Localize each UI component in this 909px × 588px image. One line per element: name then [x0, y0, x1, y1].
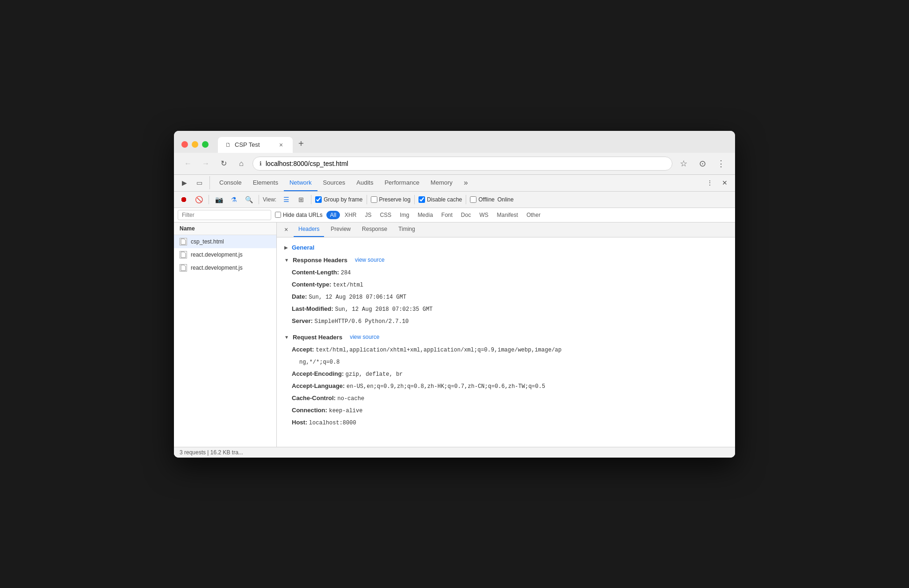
- hide-data-urls-group[interactable]: Hide data URLs: [275, 212, 323, 218]
- response-header-4: Server: SimpleHTTP/0.6 Python/2.7.10: [284, 315, 728, 327]
- tab-performance[interactable]: Performance: [379, 174, 425, 191]
- tab-elements[interactable]: Elements: [247, 174, 284, 191]
- inspect-icon[interactable]: ▶: [178, 176, 191, 189]
- bookmark-icon[interactable]: ☆: [677, 157, 690, 170]
- request-view-source-link[interactable]: view source: [350, 334, 379, 340]
- new-tab-button[interactable]: +: [295, 136, 308, 151]
- url-bar[interactable]: ℹ localhost:8000/csp_test.html: [252, 157, 672, 171]
- group-by-frame-label: Group by frame: [324, 196, 362, 203]
- disable-cache-checkbox[interactable]: [418, 196, 425, 203]
- filter-font[interactable]: Font: [438, 211, 456, 219]
- home-button[interactable]: ⌂: [235, 157, 248, 170]
- filter-js[interactable]: JS: [361, 211, 375, 219]
- response-header-2: Date: Sun, 12 Aug 2018 07:06:14 GMT: [284, 291, 728, 303]
- req-val-0: text/html,application/xhtml+xml,applicat…: [316, 347, 562, 353]
- reload-button[interactable]: ↻: [217, 157, 230, 170]
- filter-img[interactable]: Img: [396, 211, 413, 219]
- maximize-traffic-light[interactable]: [202, 141, 209, 148]
- back-button[interactable]: ←: [181, 157, 195, 170]
- traffic-lights: [181, 141, 209, 148]
- hide-data-urls-checkbox[interactable]: [275, 212, 281, 218]
- tab-memory[interactable]: Memory: [425, 174, 458, 191]
- rh-val-4: SimpleHTTP/0.6 Python/2.7.10: [314, 318, 409, 325]
- file-name-1: react.development.js: [191, 251, 271, 258]
- file-item-1[interactable]: react.development.js: [174, 248, 276, 261]
- device-icon[interactable]: ▭: [193, 176, 206, 189]
- rh-val-0: 284: [341, 270, 351, 276]
- response-view-source-link[interactable]: view source: [355, 257, 384, 263]
- response-arrow-icon: ▼: [284, 258, 289, 263]
- tab-audits[interactable]: Audits: [351, 174, 379, 191]
- tab-sources[interactable]: Sources: [317, 174, 351, 191]
- forward-button[interactable]: →: [199, 157, 212, 170]
- sub-tab-response[interactable]: Response: [357, 222, 392, 237]
- request-headers-section-header[interactable]: ▼ Request Headers view source: [284, 331, 728, 344]
- filter-button[interactable]: ⚗: [228, 194, 240, 206]
- request-header-1: Accept-Encoding: gzip, deflate, br: [284, 368, 728, 380]
- record-button[interactable]: ⏺: [178, 194, 190, 206]
- tab-page-icon: 🗋: [225, 142, 231, 148]
- list-view-button[interactable]: ☰: [280, 194, 292, 206]
- filter-doc[interactable]: Doc: [457, 211, 475, 219]
- file-item-0[interactable]: csp_test.html: [174, 235, 276, 248]
- online-label: Online: [498, 196, 514, 203]
- file-item-2[interactable]: react.development.js: [174, 261, 276, 274]
- request-header-0: Accept: text/html,application/xhtml+xml,…: [284, 344, 728, 356]
- tab-console[interactable]: Console: [214, 174, 247, 191]
- browser-tab[interactable]: 🗋 CSP Test ×: [218, 137, 293, 153]
- filter-input[interactable]: [178, 210, 271, 220]
- user-icon[interactable]: ⊙: [696, 157, 709, 170]
- request-header-2: Accept-Language: en-US,en;q=0.9,zh;q=0.8…: [284, 380, 728, 392]
- devtools-menu-icon[interactable]: ⋮: [703, 176, 716, 189]
- response-headers-section-header[interactable]: ▼ Response Headers view source: [284, 254, 728, 266]
- menu-icon[interactable]: ⋮: [714, 157, 728, 170]
- devtools-close-icon[interactable]: ✕: [718, 176, 731, 189]
- more-tabs-button[interactable]: »: [460, 179, 472, 187]
- sub-tab-headers[interactable]: Headers: [294, 222, 324, 237]
- group-by-frame-checkbox[interactable]: [315, 196, 322, 203]
- sub-tab-timing[interactable]: Timing: [394, 222, 420, 237]
- request-header-0-cont: ng,*/*;q=0.8: [284, 356, 728, 368]
- filter-type-buttons: All XHR JS CSS Img Media Font Doc WS Man…: [326, 211, 544, 219]
- response-headers-rows: Content-Length: 284 Content-type: text/h…: [284, 266, 728, 327]
- rh-key-2: Date:: [292, 293, 307, 300]
- filter-manifest[interactable]: Manifest: [493, 211, 522, 219]
- filter-other[interactable]: Other: [523, 211, 544, 219]
- request-header-3: Cache-Control: no-cache: [284, 392, 728, 404]
- general-section-header[interactable]: ▶ General: [284, 241, 728, 254]
- req-val-2: en-US,en;q=0.9,zh;q=0.8,zh-HK;q=0.7,zh-C…: [346, 383, 545, 390]
- clear-button[interactable]: 🚫: [193, 194, 205, 206]
- camera-button[interactable]: 📷: [213, 194, 225, 206]
- filter-css[interactable]: CSS: [376, 211, 395, 219]
- status-bar: 3 requests | 16.2 KB tra...: [174, 447, 735, 458]
- filter-all[interactable]: All: [326, 211, 340, 219]
- request-arrow-icon: ▼: [284, 335, 289, 340]
- filter-xhr[interactable]: XHR: [341, 211, 360, 219]
- sub-tab-preview[interactable]: Preview: [326, 222, 355, 237]
- req-val-4: keep-alive: [329, 408, 362, 414]
- filter-media[interactable]: Media: [414, 211, 437, 219]
- group-by-frame-group[interactable]: Group by frame: [315, 196, 362, 203]
- tab-title: CSP Test: [235, 141, 260, 148]
- tab-close-button[interactable]: ×: [277, 141, 285, 149]
- browser-window: 🗋 CSP Test × + ← → ↻ ⌂ ℹ localhost:8000/…: [174, 131, 735, 458]
- close-traffic-light[interactable]: [181, 141, 188, 148]
- preserve-log-group[interactable]: Preserve log: [371, 196, 411, 203]
- preserve-log-checkbox[interactable]: [371, 196, 377, 203]
- offline-group[interactable]: Offline: [470, 196, 494, 203]
- req-val-3: no-cache: [338, 395, 365, 402]
- grid-view-button[interactable]: ⊞: [295, 194, 307, 206]
- request-headers-title: Request Headers: [293, 334, 342, 341]
- filter-ws[interactable]: WS: [476, 211, 492, 219]
- req-key-2: Accept-Language:: [292, 382, 345, 389]
- title-bar: 🗋 CSP Test × +: [174, 131, 735, 153]
- response-header-0: Content-Length: 284: [284, 266, 728, 279]
- offline-checkbox[interactable]: [470, 196, 476, 203]
- toolbar-divider-3: [311, 195, 311, 204]
- sub-panel-close[interactable]: ×: [281, 224, 292, 235]
- search-button[interactable]: 🔍: [243, 194, 255, 206]
- tab-network[interactable]: Network: [284, 174, 317, 191]
- disable-cache-group[interactable]: Disable cache: [418, 196, 462, 203]
- minimize-traffic-light[interactable]: [192, 141, 198, 148]
- rh-key-1: Content-type:: [292, 281, 332, 288]
